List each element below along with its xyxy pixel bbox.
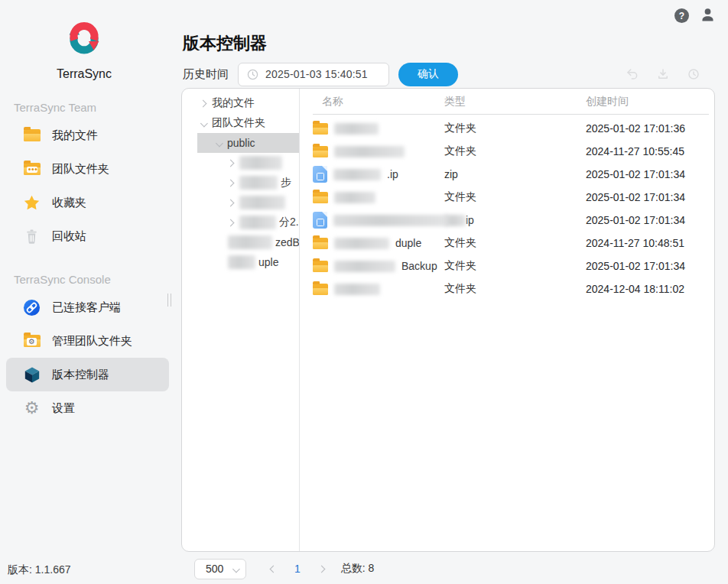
redacted-text [228,235,272,249]
chevron-right-icon[interactable] [200,99,207,107]
redacted-text [334,146,405,157]
type-cell: zip [437,168,579,180]
folder-icon [313,238,328,249]
name-cell: .ip [313,166,437,183]
current-page[interactable]: 1 [294,563,301,575]
tree-item[interactable]: 分2.0 [182,213,299,232]
history-toolbar: 历史时间 2025-01-03 15:40:51 确认 [183,62,458,86]
chevron-right-icon[interactable] [227,199,235,206]
type-cell: 文件夹 [437,259,579,273]
folder-icon [313,261,328,272]
tree-item[interactable]: 步 [182,173,299,193]
action-buttons [626,67,700,84]
sidebar-item-star[interactable]: 收藏夹 [6,186,169,219]
app-logo: TerraSync [0,0,168,81]
name-cell [313,146,437,157]
zip-file-icon [313,166,327,183]
gear-icon: ⚙ [23,400,41,417]
sidebar-item-trash[interactable]: 回收站 [6,219,169,253]
chevron-right-icon[interactable] [227,159,235,167]
pagination: 500 1 总数: 8 [194,558,374,579]
folder-icon [313,192,328,203]
cube-icon [23,366,41,384]
table-row[interactable]: 文件夹2024-12-04 18:11:02 [313,277,714,300]
datetime-input[interactable]: 2025-01-03 15:40:51 [238,63,389,86]
tree-item[interactable]: zedB [182,232,299,252]
chevron-right-icon[interactable] [227,219,235,226]
sidebar-item-link[interactable]: 已连接客户端 [6,290,169,324]
sidebar-item-label: 收藏夹 [52,196,86,210]
folder-tree: 我的文件团队文件夹public步分2.0zedBuple [182,89,300,551]
name-fragment: Backup [401,260,437,272]
redacted-text [239,156,282,170]
sidebar-item-folder-gear[interactable]: ⚙管理团队文件夹 [6,324,169,358]
clock-icon [247,69,258,80]
sidebar-item-team-folder[interactable]: 团队文件夹 [6,152,169,186]
download-icon[interactable] [656,67,670,84]
tree-item-label: 我的文件 [212,96,255,110]
type-cell: 文件夹 [437,190,579,204]
trash-icon [23,229,41,245]
total-count-label: 总数: 8 [341,562,375,576]
sidebar-item-cube[interactable]: 版本控制器 [6,358,169,391]
redacted-text [334,192,375,203]
chevron-down-icon[interactable] [216,139,223,147]
datetime-value: 2025-01-03 15:40:51 [265,68,368,80]
team-folder-icon [23,163,41,175]
tree-item[interactable] [182,193,299,213]
redacted-text [444,215,466,226]
table-row[interactable]: ip2025-01-02 17:01:34 [313,209,714,232]
redacted-text [239,176,278,190]
table-row[interactable]: 文件夹2025-01-02 17:01:36 [313,117,714,140]
sidebar-item-folder[interactable]: 我的文件 [6,118,169,152]
chevron-down-icon[interactable] [200,119,208,127]
table-row[interactable]: 文件夹2025-01-02 17:01:34 [313,186,714,209]
type-cell: 文件夹 [437,282,579,296]
next-page-button[interactable] [319,566,324,572]
created-cell: 2024-12-04 18:11:02 [579,283,714,295]
redacted-text [334,284,380,295]
created-cell: 2024-11-27 10:48:51 [579,237,714,249]
main-content: 版本控制器 历史时间 2025-01-03 15:40:51 确认 我的文件团队… [181,0,728,584]
prev-page-button[interactable] [271,566,276,572]
created-cell: 2025-01-02 17:01:34 [579,168,714,180]
page-size-select[interactable]: 500 [194,559,246,579]
sidebar-item-gear[interactable]: ⚙设置 [6,391,169,425]
tree-item-fragment: 分2.0 [279,216,300,229]
type-cell: 文件夹 [437,144,579,158]
table-row[interactable]: duple文件夹2024-11-27 10:48:51 [313,232,714,255]
column-created: 创建时间 [579,95,709,109]
chevron-right-icon[interactable] [227,179,235,187]
tree-item-label: public [227,137,255,149]
tree-item[interactable]: 团队文件夹 [182,113,299,133]
name-fragment: duple [395,237,421,249]
table-row[interactable]: Backup文件夹2025-01-02 17:01:34 [313,255,714,277]
tree-item[interactable]: public [197,133,299,153]
sidebar-item-label: 版本控制器 [52,368,109,382]
tree-item-fragment: zedB [275,236,300,248]
chevron-down-icon [232,565,240,573]
file-browser-panel: 我的文件团队文件夹public步分2.0zedBuple 名称 类型 创建时间 … [181,88,715,552]
folder-icon [313,284,328,295]
redacted-text [334,238,389,249]
tree-item-label: 团队文件夹 [212,116,265,130]
created-cell: 2025-01-02 17:01:36 [579,122,714,135]
sidebar-section-label: TerraSync Team [14,101,181,114]
created-cell: 2025-01-02 17:01:34 [579,214,714,226]
redacted-text [334,123,379,135]
file-table: 名称 类型 创建时间 文件夹2025-01-02 17:01:36文件夹2024… [300,89,714,551]
history-icon[interactable] [687,67,700,84]
zip-file-icon [313,212,327,229]
page-title: 版本控制器 [183,32,267,55]
confirm-button[interactable]: 确认 [398,63,458,86]
table-row[interactable]: .ipzip2025-01-02 17:01:34 [313,163,714,186]
table-row[interactable]: 文件夹2024-11-27 10:55:45 [313,140,714,163]
tree-item[interactable]: uple [182,252,299,272]
tree-item[interactable]: 我的文件 [182,93,299,113]
redacted-text [239,196,285,209]
undo-icon[interactable] [626,67,639,84]
name-cell [313,212,437,229]
redacted-text [334,261,395,272]
tree-item[interactable] [182,153,299,173]
sidebar-resize-handle[interactable] [167,294,171,307]
